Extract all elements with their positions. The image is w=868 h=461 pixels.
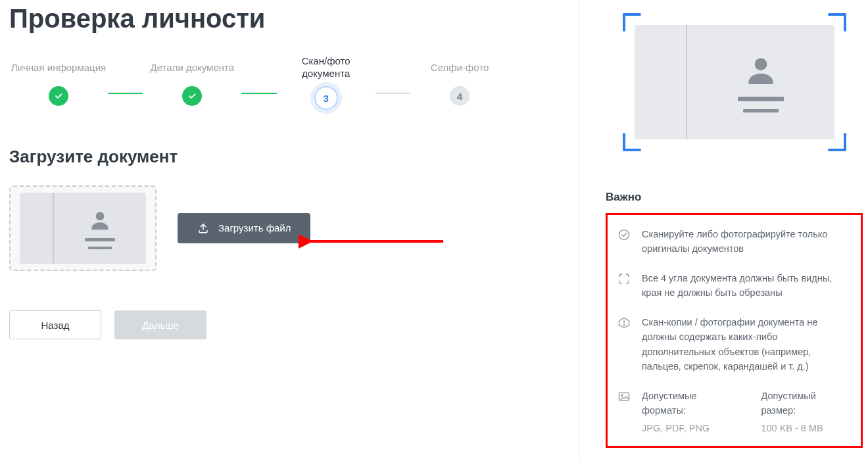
step-selfie[interactable]: Селфи-фото 4 [410,53,509,106]
frame-corners-icon [617,271,631,301]
step-doc-details[interactable]: Детали документа [143,53,241,106]
sample-document-frame [623,13,846,151]
rule-text: Допустимые форматы: JPG, PDF, PNG Допуст… [642,389,852,435]
page-title: Проверка личности [9,4,569,34]
upload-file-button[interactable]: Загрузить файл [178,213,310,243]
check-circle-icon [617,227,631,256]
checkmark-icon [182,86,202,106]
rule-item: Сканируйте либо фотографируйте только ор… [617,227,852,256]
step-connector [375,93,410,94]
step-doc-scan[interactable]: Скан/фото документа 3 [277,53,375,110]
svg-point-1 [754,58,767,70]
rule-text: Сканируйте либо фотографируйте только ор… [642,227,852,256]
stepper: Личная информация Детали документа Скан/… [9,53,509,110]
person-icon [742,52,779,89]
important-title: Важно [606,191,863,204]
important-rules-box: Сканируйте либо фотографируйте только ор… [606,213,863,448]
step-number: 3 [314,86,338,110]
next-button[interactable]: Дальше [114,310,206,339]
alert-icon [617,315,631,374]
document-placeholder-icon [20,193,146,264]
size-value: 100 KB - 8 MB [761,421,852,435]
upload-title: Загрузите документ [9,147,569,167]
svg-point-5 [621,395,623,397]
step-label: Личная информация [11,53,106,82]
rule-item: Допустимые форматы: JPG, PDF, PNG Допуст… [617,389,852,435]
svg-point-3 [623,325,624,326]
step-label: Детали документа [151,53,235,82]
rule-item: Скан-копии / фотографии документа не дол… [617,315,852,374]
step-label: Селфи-фото [431,53,489,82]
svg-point-2 [619,230,629,240]
upload-button-label: Загрузить файл [218,222,291,234]
step-connector [241,93,276,94]
checkmark-icon [49,86,68,106]
step-personal-info[interactable]: Личная информация [9,53,108,106]
back-button[interactable]: Назад [9,310,101,339]
formats-value: JPG, PDF, PNG [642,421,741,435]
svg-point-0 [96,212,105,220]
upload-icon [197,222,209,234]
rule-item: Все 4 угла документа должны быть видны, … [617,271,852,301]
step-number: 4 [450,86,470,106]
rule-text: Все 4 угла документа должны быть видны, … [642,271,852,301]
image-icon [617,389,631,435]
size-label: Допустимый размер: [761,389,852,418]
document-preview-dropzone[interactable] [9,185,157,271]
step-label: Скан/фото документа [277,53,375,82]
formats-label: Допустимые форматы: [642,389,741,418]
step-connector [108,93,143,94]
rule-text: Скан-копии / фотографии документа не дол… [642,315,852,374]
